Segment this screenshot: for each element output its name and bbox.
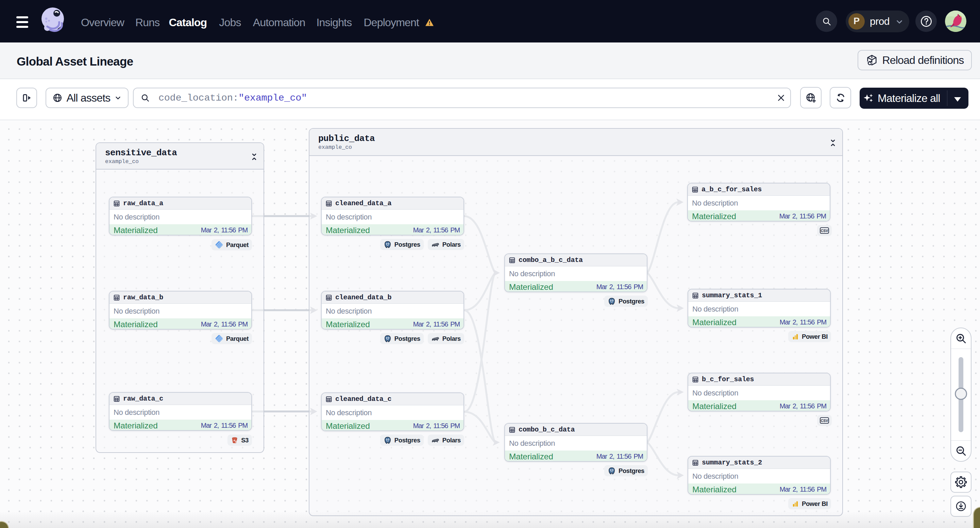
svg-text:CSV: CSV [821, 229, 828, 233]
svg-text:CSV: CSV [821, 419, 828, 423]
